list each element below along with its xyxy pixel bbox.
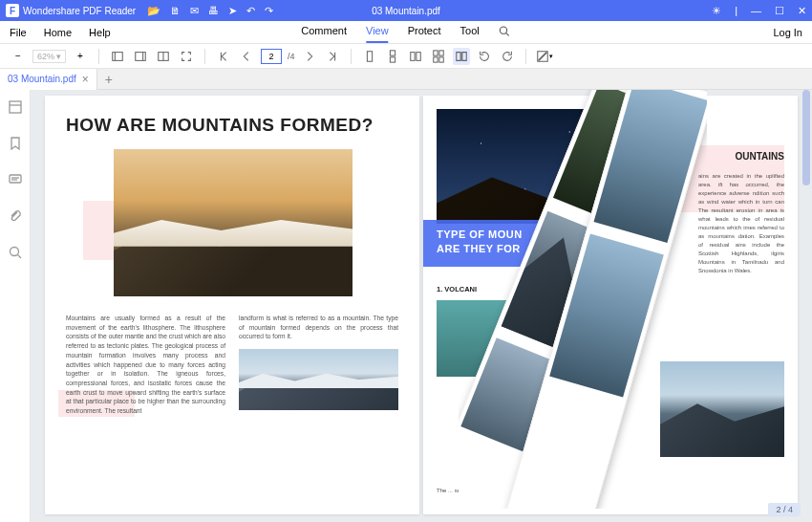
tab-mountain[interactable]: 03 Mountain.pdf × (0, 69, 97, 90)
svg-rect-8 (367, 51, 372, 61)
page-input[interactable] (261, 49, 282, 64)
bookmarks-icon[interactable] (8, 136, 23, 155)
two-continuous-icon[interactable] (430, 48, 447, 65)
subsection-title: 1. VOLCANI (437, 285, 477, 294)
rotate-right-icon[interactable] (476, 48, 493, 65)
svg-rect-15 (433, 56, 437, 61)
share-icon[interactable]: ➤ (228, 5, 237, 17)
title-bar: F Wondershare PDF Reader 📂 🗎 ✉ 🖶 ➤ ↶ ↷ 0… (0, 0, 812, 21)
rotate-left-icon[interactable] (499, 48, 516, 65)
divider: | (735, 5, 737, 16)
document-title: 03 Mountain.pdf (372, 6, 440, 16)
menu-protect[interactable]: Protect (408, 21, 441, 43)
menu-bar: File Home Help Comment View Protect Tool… (0, 21, 812, 44)
svg-rect-2 (113, 52, 123, 60)
next-page-button[interactable] (301, 48, 318, 65)
zoom-in-button[interactable]: + (72, 48, 89, 65)
zoom-out-button[interactable]: − (10, 48, 27, 65)
hero-image (114, 149, 353, 296)
menu-comment[interactable]: Comment (301, 21, 347, 43)
window-controls: ☀ | — ☐ ✕ (712, 5, 806, 17)
save-icon[interactable]: 🗎 (170, 5, 181, 17)
svg-rect-14 (438, 50, 442, 54)
attachments-icon[interactable] (8, 208, 23, 228)
svg-line-25 (17, 255, 21, 259)
tab-close-icon[interactable]: × (82, 73, 89, 86)
right-title: OUNTAINS (736, 151, 784, 162)
maximize-button[interactable]: ☐ (775, 5, 784, 17)
comments-icon[interactable] (8, 172, 23, 191)
logo-icon: F (6, 4, 19, 17)
app-logo: F Wondershare PDF Reader (6, 4, 136, 17)
title-quick-icons: 📂 🗎 ✉ 🖶 ➤ ↶ ↷ (147, 5, 273, 17)
minimize-button[interactable]: — (751, 5, 761, 16)
bottom-body: The ... surface fo... what is called th.… (437, 487, 589, 495)
search-panel-icon[interactable] (8, 245, 23, 264)
redo-icon[interactable]: ↷ (265, 5, 273, 17)
svg-point-24 (10, 248, 18, 256)
document-canvas[interactable]: HOW ARE MOUNTAINS FORMED? Mountains are … (31, 90, 812, 522)
theme-icon[interactable]: ☀ (712, 5, 721, 17)
menu-home[interactable]: Home (44, 27, 72, 38)
inline-image (239, 349, 398, 410)
right-body: ains are created in the uplifted area. i… (698, 172, 784, 275)
svg-rect-9 (390, 50, 395, 54)
fullscreen-icon[interactable] (178, 48, 195, 65)
page-left: HOW ARE MOUNTAINS FORMED? Mountains are … (45, 96, 419, 514)
svg-point-0 (501, 27, 507, 33)
close-button[interactable]: ✕ (798, 5, 806, 17)
page-indicator: 2 / 4 (768, 503, 801, 516)
mail-icon[interactable]: ✉ (190, 5, 199, 17)
menu-tool[interactable]: Tool (460, 21, 480, 43)
teal-image (437, 300, 542, 377)
separator (98, 49, 99, 64)
svg-rect-11 (410, 52, 414, 60)
menu-help[interactable]: Help (89, 27, 111, 38)
single-page-icon[interactable] (361, 48, 378, 65)
document-tabs: 03 Mountain.pdf × + (0, 69, 812, 90)
app-name: Wondershare PDF Reader (23, 6, 136, 16)
book-view-icon[interactable] (453, 48, 470, 65)
section-banner: TYPE OF MOUN ARE THEY FOR (423, 220, 645, 267)
thumbnails-icon[interactable] (8, 99, 23, 119)
tab-label: 03 Mountain.pdf (8, 74, 76, 84)
continuous-icon[interactable] (384, 48, 401, 65)
fit-width-icon[interactable] (109, 48, 126, 65)
login-button[interactable]: Log In (773, 27, 802, 38)
body-col-2: landform is what is referred to as a mou… (239, 314, 398, 416)
side-panel (0, 90, 31, 522)
body-col-1: Mountains are usually formed as a result… (66, 314, 225, 416)
fit-height-icon[interactable] (155, 48, 172, 65)
undo-icon[interactable]: ↶ (246, 5, 255, 17)
main-area: HOW ARE MOUNTAINS FORMED? Mountains are … (0, 90, 812, 522)
bottom-image (660, 361, 784, 457)
print-icon[interactable]: 🖶 (208, 5, 219, 17)
vertical-scrollbar[interactable] (802, 90, 810, 185)
night-mountain-image (437, 109, 658, 224)
separator (204, 49, 205, 64)
svg-rect-4 (136, 52, 146, 60)
prev-page-button[interactable] (238, 48, 255, 65)
svg-rect-12 (416, 52, 419, 60)
svg-rect-16 (438, 56, 442, 61)
new-tab-button[interactable]: + (97, 72, 120, 87)
search-icon[interactable] (499, 21, 511, 43)
menu-file[interactable]: File (10, 27, 27, 38)
zoom-level[interactable]: 62% ▾ (32, 50, 66, 63)
menu-view[interactable]: View (366, 21, 389, 43)
fit-page-icon[interactable] (132, 48, 149, 65)
page-title: HOW ARE MOUNTAINS FORMED? (66, 115, 398, 136)
view-toolbar: − 62% ▾ + /4 ▾ (0, 44, 812, 69)
two-page-icon[interactable] (407, 48, 424, 65)
svg-rect-21 (10, 175, 21, 183)
page-total: /4 (288, 52, 295, 61)
separator (525, 49, 526, 64)
separator (351, 49, 352, 64)
last-page-button[interactable] (324, 48, 341, 65)
page-right: TYPE OF MOUN ARE THEY FOR 1. VOLCANI OUN… (423, 96, 798, 514)
first-page-button[interactable] (215, 48, 232, 65)
background-icon[interactable]: ▾ (536, 48, 553, 65)
svg-line-1 (506, 33, 509, 36)
open-icon[interactable]: 📂 (147, 5, 160, 17)
svg-rect-10 (390, 56, 395, 61)
